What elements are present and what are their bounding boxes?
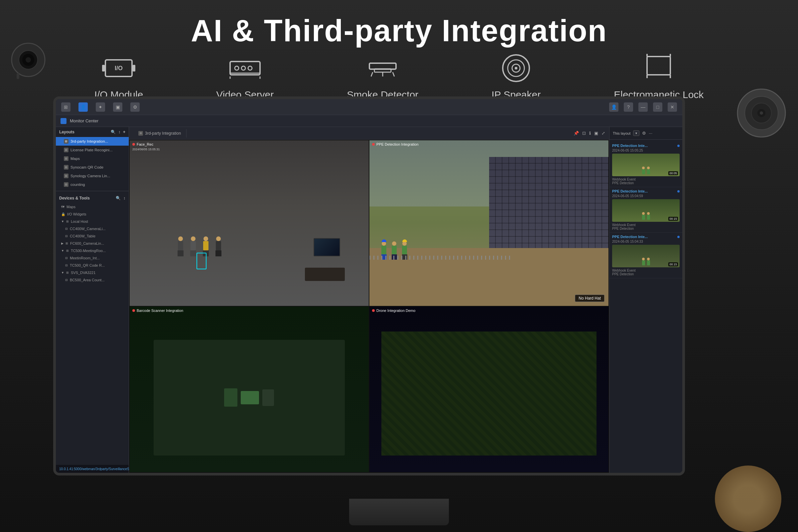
layouts-search-icon[interactable]: 🔍 xyxy=(111,130,116,134)
detection-box xyxy=(196,253,207,269)
thumb-workers-1 xyxy=(642,167,650,174)
layouts-header-icons: 🔍 ↕ + xyxy=(111,130,125,134)
toolbar-settings-icon[interactable]: ⚙ xyxy=(130,102,140,112)
svg-point-7 xyxy=(248,66,252,70)
toolbar-minimize-icon[interactable]: — xyxy=(639,102,648,112)
layout-toggle-icon[interactable]: ▣ xyxy=(594,131,598,136)
item-2 xyxy=(241,391,259,404)
url-text: 10.0.1.41:5000/webman/3rdparty/Surveilla… xyxy=(59,467,140,471)
dropdown-arrow: ▾ xyxy=(635,131,637,135)
tabs-bar: ⊞ 3rd-party Integration 📌 ⊡ ℹ ▣ ⤢ xyxy=(129,127,609,140)
sidebar-divider xyxy=(56,191,129,191)
svg-point-6 xyxy=(241,66,245,70)
panel-filter-icon[interactable]: ⚙ xyxy=(642,131,646,136)
event-footer-3a: Webhook Event xyxy=(612,269,680,272)
event-item-3[interactable]: PPE Detection Inte... 2024-06-05 15:04:3… xyxy=(609,233,682,278)
device-tc500[interactable]: ▼ ⊞ TC500-MeetingRoo... xyxy=(56,247,129,254)
event-time-3: 2024-06-05 15:04:33 xyxy=(612,240,680,243)
fullscreen-icon[interactable]: ⤢ xyxy=(602,131,605,136)
device-bc500[interactable]: ⊟ BC500_Area Count... xyxy=(56,276,129,284)
video-server-icon xyxy=(227,53,263,83)
svg-point-28 xyxy=(25,57,31,62)
sidebar-item-synocam[interactable]: ⊞ Synocam QR Code xyxy=(56,163,129,172)
person-1 xyxy=(177,236,184,256)
device-maps[interactable]: 🗺 Maps xyxy=(56,203,129,210)
icon-item-em-lock: Electromanetic Lock xyxy=(614,53,704,100)
barcode-label: Barcode Scanner Integration xyxy=(132,308,183,312)
svg-rect-29 xyxy=(17,73,19,79)
panel-more-icon[interactable]: ··· xyxy=(649,131,652,136)
person-head-silhouette xyxy=(715,466,781,532)
devices-search-icon[interactable]: 🔍 xyxy=(116,196,121,201)
video-cell-barcode[interactable]: Barcode Scanner Integration xyxy=(130,307,369,472)
device-local-host[interactable]: ▼ ⊞ Local Host xyxy=(56,218,129,225)
toolbar-user-icon[interactable]: 👤 xyxy=(609,102,619,112)
pin-icon[interactable]: 📌 xyxy=(573,131,579,136)
video-cell-ppe[interactable]: PPE Detection Integration xyxy=(369,140,608,306)
tw2 xyxy=(647,167,650,174)
no-hard-hat-badge: No Hard Hat xyxy=(575,294,605,302)
monitor-in-scene xyxy=(314,238,340,256)
toolbar-camera-icon[interactable]: ▣ xyxy=(113,102,122,112)
monitor-frame: ⊞ 👤 ✦ ▣ ⚙ 👤 ? — □ ✕ Monitor Center xyxy=(53,96,685,475)
event-item-2[interactable]: PPE Detection Inte... 2024-06-05 15:04:5… xyxy=(609,187,682,233)
sidebar-item-maps[interactable]: ⊞ Maps xyxy=(56,154,129,163)
io-module-icon: I/O xyxy=(100,53,137,83)
toolbar-close-icon[interactable]: ✕ xyxy=(668,102,677,112)
device-meetinroom[interactable]: ⊟ MeetinRoom_Int... xyxy=(56,254,129,262)
event-list: PPE Detection Inte... 2024-06-05 15:05:2… xyxy=(609,140,682,473)
devices-label: Devices & Tools xyxy=(59,196,90,201)
device-cc400w-camerali[interactable]: ⊟ CC400W_CameraLi... xyxy=(56,225,129,232)
event-thumb-1: 00:05 xyxy=(612,154,680,176)
event-footer-2b: PPE Detection xyxy=(612,227,680,230)
table-items xyxy=(224,388,274,407)
sidebar-item-license[interactable]: ⊞ License Plate Recogini... xyxy=(56,146,129,154)
layout-dropdown[interactable]: ▾ xyxy=(633,130,640,136)
sidebar-item-counting[interactable]: ⊞ counting xyxy=(56,180,129,189)
layout-icon-synology: ⊞ xyxy=(64,174,69,178)
info-icon[interactable]: ℹ xyxy=(589,131,591,136)
device-svs-dva3221[interactable]: ▼ ⊞ SVS_DVA3221 xyxy=(56,269,129,276)
device-fc600[interactable]: ▶ ⊞ FC600_CameraLin... xyxy=(56,240,129,247)
view-icon[interactable]: ⊡ xyxy=(582,131,586,136)
toolbar-maximize-icon[interactable]: □ xyxy=(653,102,662,112)
face-rec-label: Face_Rec xyxy=(132,142,153,146)
layout-icon-maps: ⊞ xyxy=(64,156,69,161)
ppe-recording-dot xyxy=(372,143,375,146)
video-cell-drone[interactable]: Drone Integration Demo xyxy=(369,307,608,472)
device-io-widgets[interactable]: 🔒 I/O Widgets xyxy=(56,210,129,218)
toolbar-person-icon[interactable]: 👤 xyxy=(78,102,88,112)
icon-item-ip-speaker: IP Speaker xyxy=(491,53,540,100)
sidebar: Layouts 🔍 ↕ + ⊞ 3rd-party Integration...… xyxy=(56,127,129,473)
event-title-1: PPE Detection Inte... xyxy=(612,144,648,148)
electromagnetic-lock-icon xyxy=(640,53,677,83)
drone-label: Drone Integration Demo xyxy=(372,308,415,312)
event-thumb-2: 00:15 xyxy=(612,199,680,222)
device-tc500-qr[interactable]: ⊟ TC500_QR Code R... xyxy=(56,262,129,269)
tab-3rdparty[interactable]: ⊞ 3rd-party Integration xyxy=(133,129,187,138)
main-content: Layouts 🔍 ↕ + ⊞ 3rd-party Integration...… xyxy=(56,127,682,473)
thumb-workers-3 xyxy=(642,258,650,265)
toolbar-help-icon[interactable]: ? xyxy=(624,102,633,112)
event-footer-1b: PPE Detection xyxy=(612,181,680,185)
sidebar-item-synology[interactable]: ⊞ Synology Camera Lin... xyxy=(56,172,129,180)
devices-sort-icon[interactable]: ↕ xyxy=(124,196,125,201)
toolbar-grid-icon[interactable]: ⊞ xyxy=(61,102,71,112)
layouts-sort-icon[interactable]: ↕ xyxy=(118,130,120,134)
tw1 xyxy=(642,167,645,174)
hard-hat-1 xyxy=(382,240,386,242)
event-item-1[interactable]: PPE Detection Inte... 2024-06-05 15:05:2… xyxy=(609,141,682,187)
event-time-1: 2024-06-05 15:05:25 xyxy=(612,149,680,152)
ppe-label: PPE Detection Integration xyxy=(372,142,419,146)
video-cell-face-rec[interactable]: Face_Rec 2024/06/05 15:05:31 xyxy=(130,140,369,306)
event-header-1: PPE Detection Inte... xyxy=(612,144,680,148)
icon-item-io-module: I/O I/O Module xyxy=(94,53,143,100)
toolbar-network-icon[interactable]: ✦ xyxy=(96,102,105,112)
event-duration-3: 00:15 xyxy=(668,262,678,266)
icon-item-video-server: Video Server xyxy=(216,53,274,100)
sidebar-item-3rdparty[interactable]: ⊞ 3rd-party Integration... xyxy=(56,137,129,146)
device-cc400w-table[interactable]: ⊟ CC400W_Table xyxy=(56,232,129,240)
page-title: AI & Third-party Integration xyxy=(0,13,798,48)
layouts-add-icon[interactable]: + xyxy=(123,130,125,134)
monitor-stand xyxy=(349,499,449,525)
